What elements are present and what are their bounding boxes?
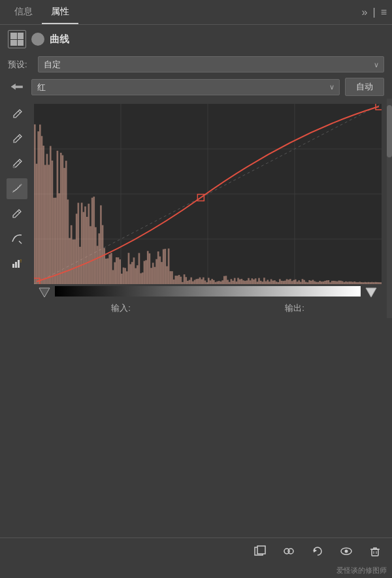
curve-edit-tool[interactable] — [7, 178, 27, 199]
input-output-row: 输入: 输出: — [34, 298, 382, 318]
watermark: 爱怪谈的修图师 — [0, 564, 392, 578]
black-triangle-icon[interactable] — [38, 285, 51, 298]
smooth-tool[interactable] — [7, 228, 27, 249]
channel-icon — [8, 78, 26, 96]
pencil-tool[interactable] — [7, 203, 27, 224]
svg-marker-15 — [366, 288, 376, 297]
eyedropper-black-tool[interactable] — [7, 153, 27, 174]
gradient-bar — [55, 286, 361, 297]
tab-properties[interactable]: 属性 — [42, 1, 78, 24]
panel-header: 曲线 — [0, 25, 392, 54]
svg-point-22 — [345, 550, 348, 553]
svg-rect-8 — [15, 262, 17, 268]
scrollbar-thumb[interactable] — [387, 105, 392, 157]
svg-point-4 — [13, 166, 15, 168]
tools-sidebar: ! — [0, 99, 34, 318]
delete-button[interactable] — [366, 542, 384, 560]
curve-wrapper[interactable] — [34, 104, 382, 284]
tab-bar: 信息 属性 » | ≡ — [0, 0, 392, 25]
channel-select-wrapper: 红 绿 蓝 RGB — [31, 79, 340, 95]
reset-button[interactable] — [308, 542, 327, 560]
clip-to-layer-button[interactable] — [251, 542, 269, 560]
preset-select[interactable]: 自定 默认 增加对比度 降低对比度 — [38, 56, 384, 72]
divider: | — [373, 7, 376, 18]
visibility-button[interactable] — [337, 542, 355, 560]
svg-line-6 — [19, 241, 22, 244]
circle-icon — [31, 33, 44, 46]
curve-container: 输入: 输出: — [34, 99, 387, 318]
tab-info[interactable]: 信息 — [5, 1, 42, 24]
svg-point-19 — [288, 549, 293, 554]
channel-select[interactable]: 红 绿 蓝 RGB — [31, 79, 340, 95]
scrollbar[interactable] — [387, 99, 392, 318]
panel: 信息 属性 » | ≡ 曲线 预设: 自定 默认 增加对比度 降低对比度 — [0, 0, 392, 578]
curve-svg[interactable] — [34, 104, 382, 284]
svg-marker-14 — [39, 288, 50, 297]
preset-row: 预设: 自定 默认 增加对比度 降低对比度 — [0, 54, 392, 75]
channel-row: 红 绿 蓝 RGB 自动 — [0, 75, 392, 99]
panel-title: 曲线 — [50, 33, 69, 46]
menu-icon[interactable]: ≡ — [381, 7, 387, 18]
preset-select-wrapper: 自定 默认 增加对比度 降低对比度 — [38, 56, 384, 72]
svg-rect-23 — [372, 549, 378, 556]
svg-text:!: ! — [20, 259, 22, 263]
svg-rect-9 — [18, 260, 20, 268]
gradient-bar-wrap — [34, 284, 382, 298]
main-area: ! — [0, 99, 392, 318]
histogram-warning-tool[interactable]: ! — [7, 253, 27, 274]
bottom-toolbar — [0, 538, 392, 564]
tab-extras: » | ≡ — [362, 7, 387, 18]
svg-line-5 — [18, 211, 20, 213]
auto-button[interactable]: 自动 — [345, 78, 384, 96]
link-circles-button[interactable] — [280, 542, 298, 560]
eyedropper-white-tool[interactable] — [7, 104, 27, 125]
svg-line-1 — [18, 136, 20, 138]
svg-marker-20 — [314, 549, 317, 553]
eyedropper-gray-tool[interactable] — [7, 129, 27, 150]
output-label: 输出: — [285, 302, 304, 314]
svg-line-3 — [18, 161, 20, 163]
preset-label: 预设: — [8, 59, 31, 71]
white-triangle-icon[interactable] — [365, 285, 378, 298]
svg-point-2 — [13, 141, 15, 143]
adjustments-grid-icon[interactable] — [8, 30, 26, 48]
svg-rect-17 — [257, 546, 265, 554]
svg-line-0 — [18, 111, 20, 113]
svg-rect-7 — [12, 264, 14, 268]
expand-icon[interactable]: » — [362, 7, 368, 18]
input-label: 输入: — [111, 302, 131, 314]
